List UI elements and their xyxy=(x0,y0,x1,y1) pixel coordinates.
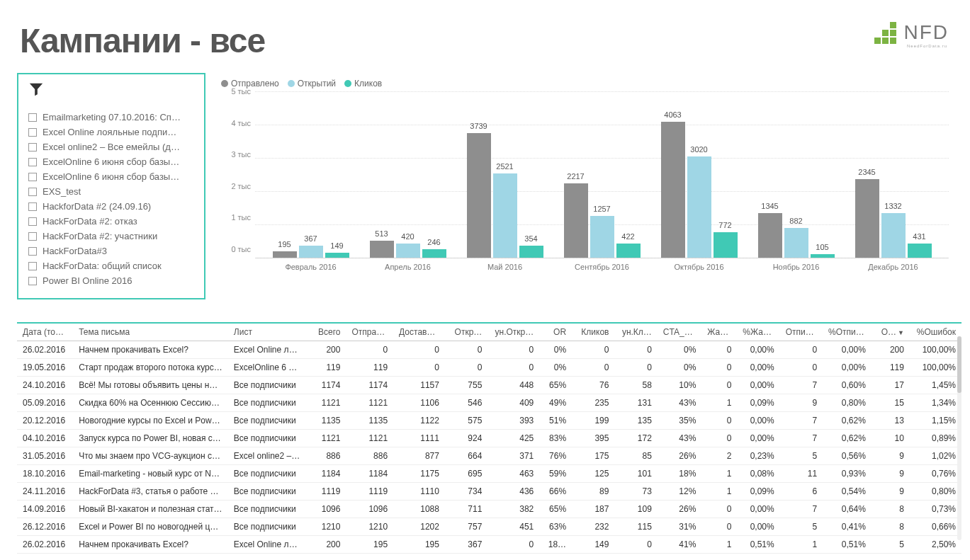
checkbox-icon[interactable] xyxy=(28,247,37,256)
bar-value-label: 367 xyxy=(304,234,317,243)
table-row[interactable]: 19.05.2016Старт продаж второго потока ку… xyxy=(17,359,961,377)
bar[interactable]: 422 xyxy=(616,244,641,258)
table-row[interactable]: 14.09.2016Новый BI-хакатон и полезная ст… xyxy=(17,501,961,518)
column-header-clicks[interactable]: Кликов xyxy=(572,323,614,341)
table-row[interactable]: 24.11.2016HackForData #3, статья о работ… xyxy=(17,483,961,501)
bar-group[interactable]: 195367149 xyxy=(262,246,359,258)
cell-list: Excel Online ло… xyxy=(228,536,306,554)
filter-item[interactable]: ExcelOnline 6 июня сбор базы… xyxy=(28,169,196,184)
table-row[interactable]: 05.09.2016Скидка 60% на Осеннюю Сессию+…… xyxy=(17,394,961,412)
table-row[interactable]: 20.12.2016Новогодние курсы по Excel и Po… xyxy=(17,412,961,430)
column-header-uclicks[interactable]: ун.Кл… xyxy=(614,323,657,341)
bar[interactable]: 513 xyxy=(370,241,394,258)
bar[interactable]: 1257 xyxy=(590,216,614,258)
column-header-perr[interactable]: %Ошибок xyxy=(910,323,961,341)
column-header-punsub[interactable]: %Отпис… xyxy=(823,323,872,341)
filter-item[interactable]: HackForData: общий список xyxy=(28,258,196,273)
checkbox-icon[interactable] xyxy=(28,262,37,270)
cell-uopen: 0 xyxy=(487,536,539,554)
bar[interactable]: 4063 xyxy=(661,122,685,258)
column-header-date[interactable]: Дата (то… xyxy=(17,323,73,341)
cell-uclicks: 0 xyxy=(614,359,657,377)
bar[interactable]: 3739 xyxy=(467,133,491,258)
legend-item-open[interactable]: Открытий xyxy=(288,79,336,88)
table-row[interactable]: 24.10.2016Всё! Мы готовы объявить цены н… xyxy=(17,377,961,394)
cell-complaints: 0 xyxy=(701,412,737,430)
column-header-pcomplaints[interactable]: %Жал… xyxy=(737,323,779,341)
table-row[interactable]: 18.10.2016Email-marketing - новый курс о… xyxy=(17,465,961,483)
bar[interactable]: 2345 xyxy=(855,179,879,258)
filter-item[interactable]: Power BI Online 2016 xyxy=(28,273,196,288)
cell-total: 886 xyxy=(306,447,346,465)
checkbox-icon[interactable] xyxy=(28,143,37,152)
bar[interactable]: 354 xyxy=(519,246,543,258)
table-row[interactable]: 26.02.2016Начнем прокачивать Excel?Excel… xyxy=(17,341,961,359)
filter-item[interactable]: Excel Online лояльные подпи… xyxy=(28,125,196,139)
checkbox-icon[interactable] xyxy=(28,202,37,211)
cell-ctas: 12% xyxy=(658,483,701,501)
filter-item[interactable]: Emailmarketing 07.10.2016: Сп… xyxy=(28,110,196,125)
checkbox-icon[interactable] xyxy=(28,232,37,241)
bar[interactable]: 246 xyxy=(422,249,446,258)
filter-panel[interactable]: Emailmarketing 07.10.2016: Сп…Excel Onli… xyxy=(17,73,205,299)
filter-item[interactable]: HackForData#3 xyxy=(28,244,196,258)
bar[interactable]: 149 xyxy=(325,253,349,258)
table-row[interactable]: 31.05.2016Что мы знаем про VCG-аукцион с… xyxy=(17,447,961,465)
bar[interactable]: 195 xyxy=(273,251,297,258)
bar-group[interactable]: 37392521354 xyxy=(456,133,553,258)
column-header-open[interactable]: Откр… xyxy=(445,323,487,341)
column-header-sent[interactable]: Отправ… xyxy=(346,323,393,341)
filter-item[interactable]: HackforData #2 (24.09.16) xyxy=(28,199,196,214)
checkbox-icon[interactable] xyxy=(28,277,37,285)
table-scrollbar[interactable] xyxy=(957,336,961,540)
table-row[interactable]: 26.02.2016Начнем прокачивать Excel?Excel… xyxy=(17,536,961,554)
column-header-unsub[interactable]: Отпис… xyxy=(780,323,823,341)
checkbox-icon[interactable] xyxy=(28,173,37,181)
checkbox-icon[interactable] xyxy=(28,158,37,166)
bar[interactable]: 105 xyxy=(811,254,835,258)
column-header-complaints[interactable]: Жал… xyxy=(701,323,737,341)
bar[interactable]: 1332 xyxy=(881,213,906,258)
filter-item[interactable]: HackForData #2: отказ xyxy=(28,214,196,229)
bar[interactable]: 2521 xyxy=(493,173,517,258)
table-row[interactable]: 04.10.2016Запуск курса по Power BI, нова… xyxy=(17,430,961,447)
bar[interactable]: 367 xyxy=(299,246,323,258)
bar[interactable]: 431 xyxy=(908,244,932,258)
cell-pcomplaints: 0,09% xyxy=(737,483,779,501)
checkbox-icon[interactable] xyxy=(28,128,37,137)
column-header-subject[interactable]: Тема письма xyxy=(73,323,228,341)
cell-delivered: 0 xyxy=(393,359,445,377)
column-header-ctas[interactable]: CTA_С… xyxy=(658,323,701,341)
checkbox-icon[interactable] xyxy=(28,217,37,226)
bar[interactable]: 1345 xyxy=(758,213,782,258)
xaxis-label: Апрель 2016 xyxy=(359,263,456,271)
filter-item[interactable]: Excel online2 – Все емейлы (д… xyxy=(28,139,196,154)
checkbox-icon[interactable] xyxy=(28,188,37,196)
filter-item[interactable]: HackForData #2: участники xyxy=(28,229,196,244)
filter-item[interactable]: EXS_test xyxy=(28,184,196,199)
bar[interactable]: 772 xyxy=(714,232,738,258)
bar[interactable]: 3020 xyxy=(687,156,711,258)
cell-perr: 1,15% xyxy=(910,412,961,430)
bar-group[interactable]: 23451332431 xyxy=(845,179,942,258)
data-table[interactable]: Дата (то…Тема письмаЛистВсегоОтправ…Дост… xyxy=(17,322,961,554)
bar-group[interactable]: 40633020772 xyxy=(650,122,748,258)
column-header-uopen[interactable]: ун.Откр… xyxy=(487,323,539,341)
bar-group[interactable]: 22171257422 xyxy=(553,183,650,258)
column-header-err[interactable]: О…▼ xyxy=(872,323,910,341)
chart-plot[interactable]: 5 тыс4 тыс3 тыс2 тыс1 тыс0 тыс 195367149… xyxy=(255,91,949,258)
column-header-list[interactable]: Лист xyxy=(228,323,306,341)
column-header-total[interactable]: Всего xyxy=(306,323,346,341)
cell-subject: HackForData #3, статья о работе с д… xyxy=(73,483,228,501)
legend-item-click[interactable]: Кликов xyxy=(344,79,382,88)
bar-group[interactable]: 513420246 xyxy=(359,241,456,258)
column-header-delivered[interactable]: Доставл… xyxy=(393,323,445,341)
bar-group[interactable]: 1345882105 xyxy=(748,213,845,258)
column-header-or[interactable]: OR xyxy=(539,323,572,341)
table-row[interactable]: 26.12.2016Excel и Power BI по новогодней… xyxy=(17,518,961,536)
checkbox-icon[interactable] xyxy=(28,113,37,122)
bar[interactable]: 420 xyxy=(396,244,420,258)
bar[interactable]: 882 xyxy=(784,228,808,258)
filter-item[interactable]: ExcelOnline 6 июня сбор базы… xyxy=(28,154,196,169)
bar[interactable]: 2217 xyxy=(564,183,588,258)
